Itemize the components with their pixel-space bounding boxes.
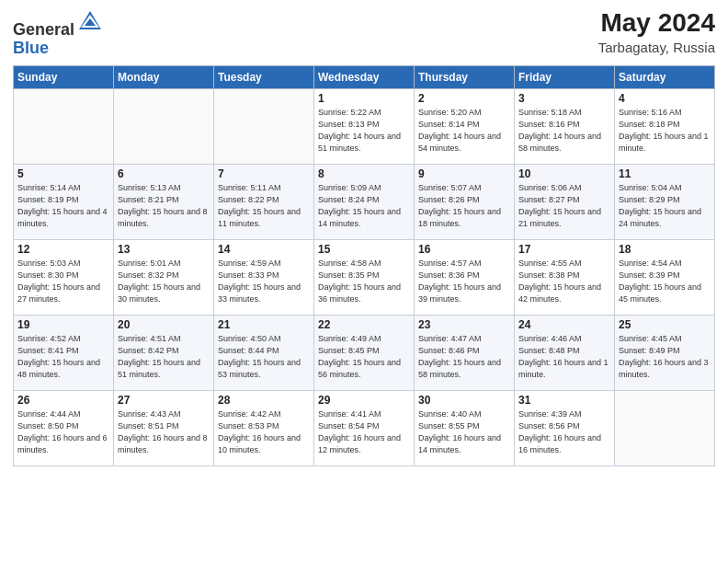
col-tuesday: Tuesday [214, 65, 314, 88]
day-number: 16 [418, 243, 510, 256]
calendar-cell: 5Sunrise: 5:14 AM Sunset: 8:19 PM Daylig… [14, 164, 114, 239]
calendar-cell: 7Sunrise: 5:11 AM Sunset: 8:22 PM Daylig… [214, 164, 314, 239]
cell-content: Sunrise: 4:41 AM Sunset: 8:54 PM Dayligh… [318, 408, 410, 456]
page: General Blue May 2024 Tarbagatay, Russia… [0, 0, 728, 563]
day-number: 28 [218, 394, 310, 407]
day-number: 27 [118, 394, 210, 407]
col-wednesday: Wednesday [314, 65, 415, 88]
calendar-cell [14, 88, 114, 164]
day-number: 7 [218, 167, 310, 180]
col-monday: Monday [114, 65, 214, 88]
day-number: 26 [17, 394, 109, 407]
day-number: 15 [318, 243, 410, 256]
calendar-cell: 1Sunrise: 5:22 AM Sunset: 8:13 PM Daylig… [314, 88, 415, 164]
calendar-cell: 19Sunrise: 4:52 AM Sunset: 8:41 PM Dayli… [14, 315, 114, 390]
calendar-cell: 10Sunrise: 5:06 AM Sunset: 8:27 PM Dayli… [515, 164, 615, 239]
calendar-cell [114, 88, 214, 164]
cell-content: Sunrise: 4:42 AM Sunset: 8:53 PM Dayligh… [218, 408, 310, 456]
calendar-cell: 25Sunrise: 4:45 AM Sunset: 8:49 PM Dayli… [615, 315, 715, 390]
cell-content: Sunrise: 4:55 AM Sunset: 8:38 PM Dayligh… [518, 258, 610, 305]
col-thursday: Thursday [415, 65, 515, 88]
cell-content: Sunrise: 4:47 AM Sunset: 8:46 PM Dayligh… [418, 333, 510, 381]
day-number: 21 [218, 318, 310, 331]
col-friday: Friday [515, 65, 615, 88]
cell-content: Sunrise: 4:54 AM Sunset: 8:39 PM Dayligh… [619, 258, 711, 305]
day-number: 18 [619, 243, 711, 256]
cell-content: Sunrise: 5:06 AM Sunset: 8:27 PM Dayligh… [518, 182, 610, 230]
title-block: May 2024 Tarbagatay, Russia [598, 9, 715, 55]
day-number: 20 [118, 318, 210, 331]
calendar-cell: 24Sunrise: 4:46 AM Sunset: 8:48 PM Dayli… [515, 315, 615, 390]
calendar-cell: 20Sunrise: 4:51 AM Sunset: 8:42 PM Dayli… [114, 315, 214, 390]
cell-content: Sunrise: 4:43 AM Sunset: 8:51 PM Dayligh… [118, 408, 210, 456]
cell-content: Sunrise: 5:20 AM Sunset: 8:14 PM Dayligh… [418, 107, 510, 155]
calendar-table: Sunday Monday Tuesday Wednesday Thursday… [13, 65, 715, 466]
day-number: 1 [318, 92, 410, 105]
calendar-cell [615, 390, 715, 465]
day-number: 6 [118, 167, 210, 180]
day-number: 24 [518, 318, 610, 331]
calendar-cell: 13Sunrise: 5:01 AM Sunset: 8:32 PM Dayli… [114, 239, 214, 315]
day-number: 8 [318, 167, 410, 180]
calendar-cell: 11Sunrise: 5:04 AM Sunset: 8:29 PM Dayli… [615, 164, 715, 239]
calendar-cell: 2Sunrise: 5:20 AM Sunset: 8:14 PM Daylig… [415, 88, 515, 164]
calendar-cell: 3Sunrise: 5:18 AM Sunset: 8:16 PM Daylig… [515, 88, 615, 164]
calendar-cell: 9Sunrise: 5:07 AM Sunset: 8:26 PM Daylig… [415, 164, 515, 239]
col-saturday: Saturday [615, 65, 715, 88]
day-number: 10 [518, 167, 610, 180]
calendar-cell: 31Sunrise: 4:39 AM Sunset: 8:56 PM Dayli… [515, 390, 615, 465]
cell-content: Sunrise: 5:09 AM Sunset: 8:24 PM Dayligh… [318, 182, 410, 230]
day-number: 13 [118, 243, 210, 256]
day-number: 19 [17, 318, 109, 331]
cell-content: Sunrise: 4:49 AM Sunset: 8:45 PM Dayligh… [318, 333, 410, 381]
logo: General Blue [13, 9, 103, 58]
calendar-cell: 12Sunrise: 5:03 AM Sunset: 8:30 PM Dayli… [14, 239, 114, 315]
day-number: 5 [17, 167, 109, 180]
calendar-cell: 28Sunrise: 4:42 AM Sunset: 8:53 PM Dayli… [214, 390, 314, 465]
cell-content: Sunrise: 4:52 AM Sunset: 8:41 PM Dayligh… [17, 333, 109, 381]
cell-content: Sunrise: 5:11 AM Sunset: 8:22 PM Dayligh… [218, 182, 310, 230]
calendar-cell: 21Sunrise: 4:50 AM Sunset: 8:44 PM Dayli… [214, 315, 314, 390]
cell-content: Sunrise: 5:14 AM Sunset: 8:19 PM Dayligh… [17, 182, 109, 230]
day-number: 23 [418, 318, 510, 331]
cell-content: Sunrise: 5:13 AM Sunset: 8:21 PM Dayligh… [118, 182, 210, 230]
calendar-cell: 15Sunrise: 4:58 AM Sunset: 8:35 PM Dayli… [314, 239, 415, 315]
day-number: 30 [418, 394, 510, 407]
calendar-cell: 8Sunrise: 5:09 AM Sunset: 8:24 PM Daylig… [314, 164, 415, 239]
day-number: 2 [418, 92, 510, 105]
cell-content: Sunrise: 4:57 AM Sunset: 8:36 PM Dayligh… [418, 258, 510, 305]
calendar-cell: 6Sunrise: 5:13 AM Sunset: 8:21 PM Daylig… [114, 164, 214, 239]
calendar-cell: 18Sunrise: 4:54 AM Sunset: 8:39 PM Dayli… [615, 239, 715, 315]
day-number: 14 [218, 243, 310, 256]
logo-general: General [13, 20, 74, 39]
day-number: 12 [17, 243, 109, 256]
calendar-cell: 14Sunrise: 4:59 AM Sunset: 8:33 PM Dayli… [214, 239, 314, 315]
day-number: 4 [619, 92, 711, 105]
cell-content: Sunrise: 4:45 AM Sunset: 8:49 PM Dayligh… [619, 333, 711, 381]
calendar-cell [214, 88, 314, 164]
calendar-cell: 4Sunrise: 5:16 AM Sunset: 8:18 PM Daylig… [615, 88, 715, 164]
cell-content: Sunrise: 5:04 AM Sunset: 8:29 PM Dayligh… [619, 182, 711, 230]
day-number: 11 [619, 167, 711, 180]
calendar-week-4: 26Sunrise: 4:44 AM Sunset: 8:50 PM Dayli… [14, 390, 715, 465]
day-number: 31 [518, 394, 610, 407]
calendar-week-3: 19Sunrise: 4:52 AM Sunset: 8:41 PM Dayli… [14, 315, 715, 390]
logo-icon [77, 9, 103, 35]
cell-content: Sunrise: 4:46 AM Sunset: 8:48 PM Dayligh… [518, 333, 610, 381]
calendar-cell: 16Sunrise: 4:57 AM Sunset: 8:36 PM Dayli… [415, 239, 515, 315]
cell-content: Sunrise: 5:07 AM Sunset: 8:26 PM Dayligh… [418, 182, 510, 230]
calendar-cell: 30Sunrise: 4:40 AM Sunset: 8:55 PM Dayli… [415, 390, 515, 465]
calendar-week-1: 5Sunrise: 5:14 AM Sunset: 8:19 PM Daylig… [14, 164, 715, 239]
logo-text-block: General Blue [13, 9, 103, 58]
day-number: 29 [318, 394, 410, 407]
cell-content: Sunrise: 4:44 AM Sunset: 8:50 PM Dayligh… [17, 408, 109, 456]
cell-content: Sunrise: 5:01 AM Sunset: 8:32 PM Dayligh… [118, 258, 210, 305]
calendar-cell: 27Sunrise: 4:43 AM Sunset: 8:51 PM Dayli… [114, 390, 214, 465]
day-number: 25 [619, 318, 711, 331]
calendar-cell: 29Sunrise: 4:41 AM Sunset: 8:54 PM Dayli… [314, 390, 415, 465]
month-title: May 2024 [598, 9, 715, 38]
calendar-cell: 17Sunrise: 4:55 AM Sunset: 8:38 PM Dayli… [515, 239, 615, 315]
calendar-week-2: 12Sunrise: 5:03 AM Sunset: 8:30 PM Dayli… [14, 239, 715, 315]
calendar-cell: 26Sunrise: 4:44 AM Sunset: 8:50 PM Dayli… [14, 390, 114, 465]
day-number: 3 [518, 92, 610, 105]
